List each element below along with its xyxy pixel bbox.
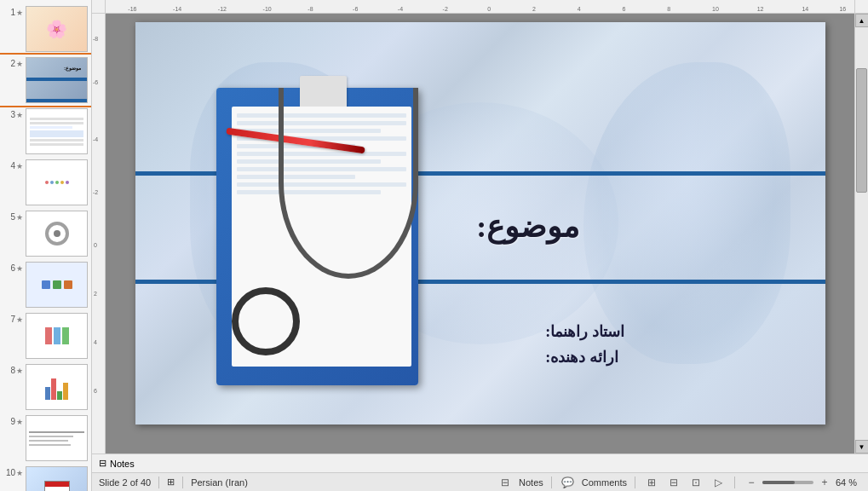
slide-item-7[interactable]: 7 ★ bbox=[0, 310, 91, 361]
outline-icon: ⊟ bbox=[670, 477, 678, 488]
slide-number-5: 5 bbox=[3, 212, 15, 222]
slide-title-area: موضوع: bbox=[459, 183, 804, 280]
slide-subtitle-2: ارائه دهنده: bbox=[545, 348, 618, 367]
zoom-in-button[interactable]: + bbox=[816, 475, 833, 490]
comments-button[interactable]: 💬 bbox=[560, 475, 577, 490]
slide-item-3[interactable]: 3 ★ bbox=[0, 106, 91, 157]
star-icon-4: ★ bbox=[15, 162, 24, 170]
zoom-out-icon: − bbox=[748, 477, 754, 488]
scrollbar-track[interactable] bbox=[855, 27, 868, 440]
status-divider-2 bbox=[182, 477, 183, 488]
zoom-slider[interactable] bbox=[762, 481, 813, 484]
slide-number-7: 7 bbox=[3, 315, 15, 324]
reading-view-button[interactable]: ⊡ bbox=[687, 475, 704, 490]
ruler-h-inner: -16 -14 -12 -10 -8 -6 -4 -2 0 2 4 6 8 10… bbox=[106, 0, 854, 13]
notes-icon: ⊟ bbox=[99, 458, 106, 469]
slide-canvas: موضوع: استاد راهنما: ارائه دهنده: bbox=[135, 22, 825, 425]
notes-text: Notes bbox=[519, 477, 543, 488]
notes-button[interactable]: ⊟ bbox=[497, 475, 514, 490]
star-icon-5: ★ bbox=[15, 213, 24, 222]
star-icon-3: ★ bbox=[15, 111, 24, 119]
scrollbar-up-button[interactable]: ▲ bbox=[855, 14, 869, 27]
slideshow-button[interactable]: ▷ bbox=[710, 475, 727, 490]
comments-text: Comments bbox=[582, 477, 627, 488]
slide-item-8[interactable]: 8 ★ bbox=[0, 361, 91, 413]
slide-thumb-6 bbox=[26, 262, 88, 308]
slide-item-2[interactable]: 2 ★ موضوع: bbox=[0, 55, 91, 106]
status-divider-3 bbox=[551, 477, 552, 488]
outline-view-button[interactable]: ⊟ bbox=[665, 475, 682, 490]
slide-subtitle-area: استاد راهنما: ارائه دهنده: bbox=[528, 292, 804, 404]
slide-thumb-2: موضوع: bbox=[26, 57, 88, 103]
medical-clipboard bbox=[170, 30, 480, 412]
slide-info: Slide 2 of 40 bbox=[99, 477, 151, 488]
slide-thumb-7 bbox=[26, 313, 88, 359]
star-icon-1: ★ bbox=[15, 9, 24, 17]
slide-number-8: 8 bbox=[3, 366, 15, 375]
zoom-slider-fill bbox=[762, 481, 795, 484]
star-icon-6: ★ bbox=[15, 264, 24, 273]
content-ruler-row: -8 -6 -4 -2 0 2 4 6 bbox=[92, 14, 868, 453]
clipboard-visual bbox=[170, 30, 480, 412]
slide-number-9: 9 bbox=[3, 417, 15, 426]
slide-item-10[interactable]: 10 ★ bbox=[0, 464, 91, 491]
slide-thumb-8 bbox=[26, 364, 88, 410]
notes-label: Notes bbox=[110, 459, 135, 469]
status-bar: Slide 2 of 40 ⊞ Persian (Iran) ⊟ Notes 💬… bbox=[92, 472, 868, 491]
zoom-control: − + 64 % bbox=[743, 475, 861, 490]
status-divider-4 bbox=[635, 477, 635, 488]
stethoscope-head bbox=[232, 287, 300, 355]
comments-icon: 💬 bbox=[561, 477, 574, 488]
slide-item-5[interactable]: 5 ★ bbox=[0, 208, 91, 259]
slide-number-3: 3 bbox=[3, 110, 15, 119]
canvas-scroll-area[interactable]: موضوع: استاد راهنما: ارائه دهنده: bbox=[106, 14, 854, 453]
slide-panel: 1 ★ 🌸 2 ★ موضوع: 3 ★ bbox=[0, 0, 92, 491]
normal-view-button[interactable]: ⊞ bbox=[643, 475, 660, 490]
zoom-in-icon: + bbox=[821, 477, 827, 488]
slide-thumb-4 bbox=[26, 159, 88, 205]
slide-thumb-1: 🌸 bbox=[26, 6, 88, 52]
star-icon-2: ★ bbox=[15, 60, 24, 68]
slide-thumb-5 bbox=[26, 211, 88, 257]
star-icon-8: ★ bbox=[15, 367, 24, 375]
slide-thumb-10 bbox=[26, 466, 88, 491]
scrollbar-thumb[interactable] bbox=[856, 68, 867, 192]
flower-icon: 🌸 bbox=[46, 19, 67, 39]
slide-item-9[interactable]: 9 ★ bbox=[0, 413, 91, 464]
app-container: 1 ★ 🌸 2 ★ موضوع: 3 ★ bbox=[0, 0, 868, 491]
left-ruler: -8 -6 -4 -2 0 2 4 6 bbox=[92, 14, 106, 453]
slide-thumb-9 bbox=[26, 415, 88, 461]
normal-view-icon: ⊞ bbox=[647, 477, 656, 488]
status-divider-5 bbox=[734, 477, 735, 488]
slide-number-1: 1 bbox=[3, 8, 15, 17]
notes-tab[interactable]: ⊟ Notes bbox=[99, 458, 135, 469]
status-divider-1 bbox=[158, 477, 159, 488]
zoom-out-button[interactable]: − bbox=[743, 475, 760, 490]
scrollbar-down-button[interactable]: ▼ bbox=[855, 440, 869, 453]
slide-number-4: 4 bbox=[3, 161, 15, 170]
slide-item-6[interactable]: 6 ★ bbox=[0, 259, 91, 310]
slide-thumb-3 bbox=[26, 108, 88, 154]
slide-subtitle-1: استاد راهنما: bbox=[545, 322, 624, 341]
notes-icon-bottom: ⊟ bbox=[501, 477, 509, 488]
star-icon-7: ★ bbox=[15, 315, 24, 324]
slide-icon: ⊞ bbox=[167, 477, 175, 488]
ruler-horizontal: -16 -14 -12 -10 -8 -6 -4 -2 0 2 4 6 8 10… bbox=[92, 0, 868, 14]
main-area: -16 -14 -12 -10 -8 -6 -4 -2 0 2 4 6 8 10… bbox=[92, 0, 868, 491]
slide-number-2: 2 bbox=[3, 59, 15, 68]
language-label: Persian (Iran) bbox=[191, 477, 248, 488]
slide-title: موضوع: bbox=[476, 209, 579, 245]
stethoscope-tube bbox=[279, 88, 418, 279]
slide-item-4[interactable]: 4 ★ bbox=[0, 157, 91, 208]
slideshow-icon: ▷ bbox=[715, 477, 722, 488]
slide-number-10: 10 bbox=[3, 468, 15, 477]
star-icon-10: ★ bbox=[15, 469, 24, 477]
reading-icon: ⊡ bbox=[692, 477, 700, 488]
slide-item-1[interactable]: 1 ★ 🌸 bbox=[0, 3, 91, 55]
star-icon-9: ★ bbox=[15, 418, 24, 426]
zoom-percent: 64 % bbox=[836, 477, 861, 488]
notes-tab-area: ⊟ Notes bbox=[92, 453, 868, 472]
slide-number-6: 6 bbox=[3, 263, 15, 273]
scrollbar-vertical[interactable]: ▲ ▼ bbox=[854, 14, 868, 453]
